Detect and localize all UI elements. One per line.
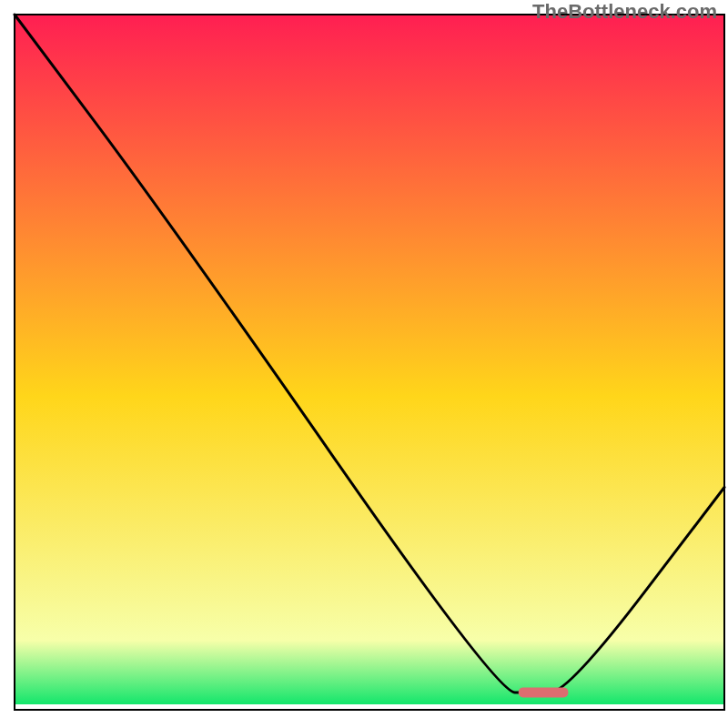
chart-gradient-background: [15, 15, 724, 710]
chart-marker-segment: [519, 687, 569, 697]
watermark-text: TheBottleneck.com: [532, 2, 717, 22]
chart-container: TheBottleneck.com: [0, 0, 728, 728]
chart-svg: [0, 0, 728, 728]
